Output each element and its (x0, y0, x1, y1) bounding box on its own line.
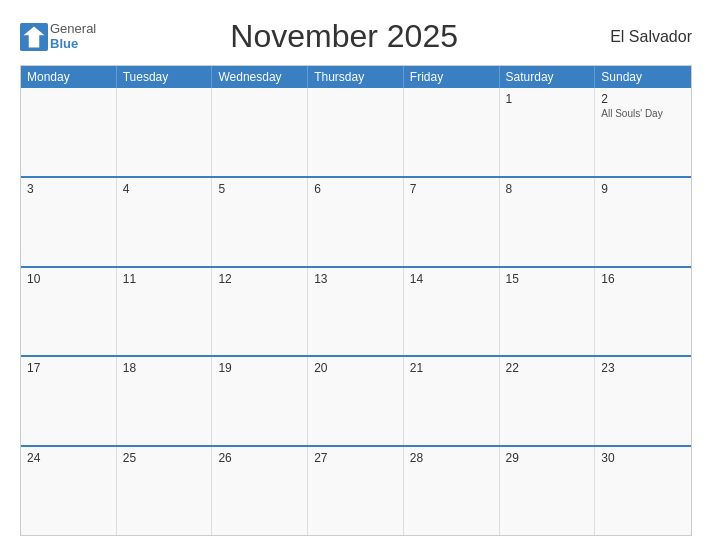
weekday-header-thursday: Thursday (308, 66, 404, 88)
calendar-cell: 17 (21, 357, 117, 445)
weekday-header-friday: Friday (404, 66, 500, 88)
country-label: El Salvador (592, 28, 692, 46)
day-number: 4 (123, 182, 206, 196)
day-number: 27 (314, 451, 397, 465)
calendar-cell: 6 (308, 178, 404, 266)
day-number: 6 (314, 182, 397, 196)
weekday-header-sunday: Sunday (595, 66, 691, 88)
calendar-cell: 10 (21, 268, 117, 356)
day-number: 3 (27, 182, 110, 196)
day-number: 13 (314, 272, 397, 286)
header: General Blue November 2025 El Salvador (20, 18, 692, 55)
day-number: 25 (123, 451, 206, 465)
calendar-row-4: 24252627282930 (21, 447, 691, 535)
calendar-cell: 26 (212, 447, 308, 535)
logo-blue: Blue (50, 36, 78, 51)
calendar-row-0: 12All Souls' Day (21, 88, 691, 178)
day-number: 15 (506, 272, 589, 286)
weekday-header-wednesday: Wednesday (212, 66, 308, 88)
weekday-header-tuesday: Tuesday (117, 66, 213, 88)
day-number: 21 (410, 361, 493, 375)
calendar-cell: 29 (500, 447, 596, 535)
calendar-row-2: 10111213141516 (21, 268, 691, 358)
day-number: 23 (601, 361, 685, 375)
day-number: 19 (218, 361, 301, 375)
day-number: 1 (506, 92, 589, 106)
calendar-cell (308, 88, 404, 176)
calendar-cell (212, 88, 308, 176)
holiday-label: All Souls' Day (601, 108, 685, 120)
calendar-cell (404, 88, 500, 176)
calendar-cell: 25 (117, 447, 213, 535)
calendar-cell: 14 (404, 268, 500, 356)
weekday-header-saturday: Saturday (500, 66, 596, 88)
calendar-cell: 22 (500, 357, 596, 445)
day-number: 17 (27, 361, 110, 375)
day-number: 2 (601, 92, 685, 106)
calendar-cell: 1 (500, 88, 596, 176)
calendar-cell: 13 (308, 268, 404, 356)
calendar-cell: 8 (500, 178, 596, 266)
day-number: 30 (601, 451, 685, 465)
calendar-cell: 21 (404, 357, 500, 445)
calendar-cell: 18 (117, 357, 213, 445)
day-number: 10 (27, 272, 110, 286)
calendar-body: 12All Souls' Day345678910111213141516171… (21, 88, 691, 535)
day-number: 29 (506, 451, 589, 465)
day-number: 26 (218, 451, 301, 465)
logo-text: General Blue (50, 22, 96, 51)
calendar-cell (21, 88, 117, 176)
weekday-header-monday: Monday (21, 66, 117, 88)
calendar-cell: 27 (308, 447, 404, 535)
calendar-cell: 30 (595, 447, 691, 535)
day-number: 28 (410, 451, 493, 465)
calendar-cell: 16 (595, 268, 691, 356)
calendar-cell: 4 (117, 178, 213, 266)
calendar-cell: 15 (500, 268, 596, 356)
calendar-cell: 3 (21, 178, 117, 266)
calendar-cell: 11 (117, 268, 213, 356)
calendar-cell: 7 (404, 178, 500, 266)
day-number: 9 (601, 182, 685, 196)
day-number: 8 (506, 182, 589, 196)
day-number: 22 (506, 361, 589, 375)
day-number: 11 (123, 272, 206, 286)
logo: General Blue (20, 22, 96, 51)
calendar-cell: 23 (595, 357, 691, 445)
calendar: MondayTuesdayWednesdayThursdayFridaySatu… (20, 65, 692, 536)
day-number: 7 (410, 182, 493, 196)
calendar-cell: 9 (595, 178, 691, 266)
day-number: 24 (27, 451, 110, 465)
calendar-title: November 2025 (96, 18, 592, 55)
logo-icon (20, 23, 48, 51)
calendar-cell: 5 (212, 178, 308, 266)
page: General Blue November 2025 El Salvador M… (0, 0, 712, 550)
calendar-cell (117, 88, 213, 176)
calendar-row-3: 17181920212223 (21, 357, 691, 447)
calendar-cell: 28 (404, 447, 500, 535)
calendar-row-1: 3456789 (21, 178, 691, 268)
day-number: 5 (218, 182, 301, 196)
logo-general: General (50, 21, 96, 36)
calendar-cell: 24 (21, 447, 117, 535)
calendar-cell: 19 (212, 357, 308, 445)
day-number: 16 (601, 272, 685, 286)
day-number: 20 (314, 361, 397, 375)
day-number: 18 (123, 361, 206, 375)
calendar-cell: 20 (308, 357, 404, 445)
day-number: 12 (218, 272, 301, 286)
day-number: 14 (410, 272, 493, 286)
calendar-cell: 2All Souls' Day (595, 88, 691, 176)
calendar-cell: 12 (212, 268, 308, 356)
calendar-header: MondayTuesdayWednesdayThursdayFridaySatu… (21, 66, 691, 88)
